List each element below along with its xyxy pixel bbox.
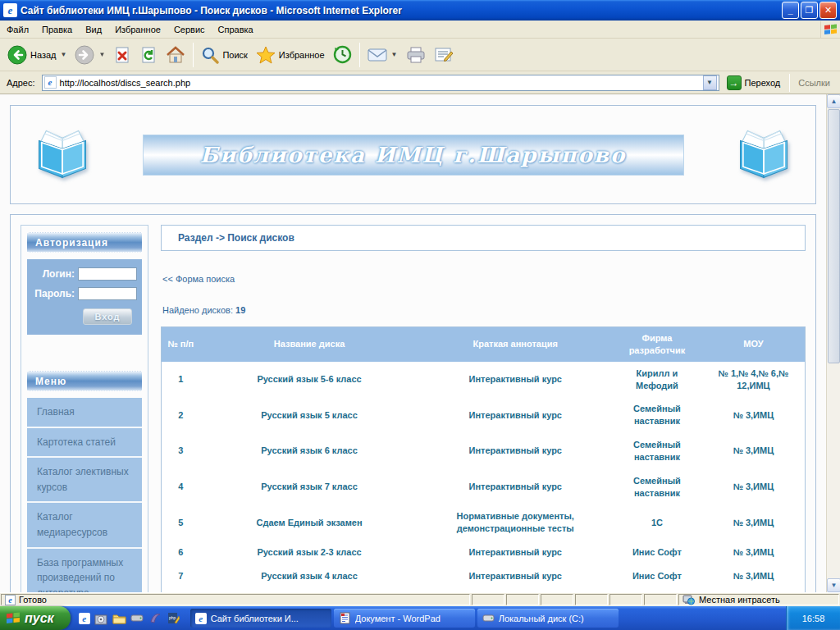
mail-icon bbox=[368, 48, 387, 62]
mail-button[interactable]: ▼ bbox=[363, 45, 402, 65]
task-local-disk-c[interactable]: Локальный диск (C:) bbox=[477, 609, 619, 628]
favorites-button[interactable]: Избранное bbox=[252, 43, 329, 66]
quicklaunch-installer-icon[interactable] bbox=[94, 611, 108, 625]
menu-edit[interactable]: Правка bbox=[35, 22, 79, 37]
task-ie-library-site[interactable]: e Сайт библиотеки И... bbox=[190, 609, 331, 628]
forward-icon bbox=[75, 45, 94, 65]
history-button[interactable] bbox=[329, 43, 356, 66]
quicklaunch-php-editor-icon[interactable]: php bbox=[167, 611, 180, 625]
taskbar-tasks: e Сайт библиотеки И... Документ - WordPa… bbox=[189, 606, 786, 630]
menu-tools[interactable]: Сервис bbox=[167, 22, 212, 37]
quicklaunch-ie-icon[interactable]: e bbox=[79, 613, 90, 624]
site-title: Библиотека ИМЦ г.Шарыпово bbox=[200, 143, 626, 167]
security-zone-label: Местная интрасеть bbox=[699, 595, 780, 605]
login-submit-button[interactable]: Вход bbox=[83, 308, 132, 325]
menu-bar: Файл Правка Вид Избранное Сервис Справка bbox=[0, 21, 840, 39]
address-dropdown-icon[interactable]: ▼ bbox=[703, 75, 717, 90]
task-wordpad-icon bbox=[339, 612, 351, 624]
login-panel: Логин: Пароль: Вход bbox=[27, 259, 142, 335]
task-ie-icon: e bbox=[195, 613, 207, 624]
stop-icon bbox=[113, 46, 131, 64]
start-windows-flag-icon bbox=[7, 612, 21, 624]
col-annotation: Краткая аннотация bbox=[418, 327, 612, 362]
clock[interactable]: 16:58 bbox=[802, 614, 825, 623]
title-bar: e Сайт библиотеки ИМЦ г.Шарыпово - Поиск… bbox=[0, 0, 840, 21]
scroll-up-icon[interactable]: ▲ bbox=[827, 94, 840, 108]
status-bar: e Готово Местная интрасеть bbox=[0, 592, 840, 606]
edit-button[interactable] bbox=[430, 44, 458, 66]
password-input[interactable] bbox=[78, 287, 137, 300]
start-button[interactable]: пуск bbox=[0, 606, 71, 630]
print-icon bbox=[406, 47, 426, 63]
search-button[interactable]: Поиск bbox=[197, 43, 251, 66]
col-disc-name: Название диска bbox=[200, 327, 419, 362]
print-button[interactable] bbox=[402, 44, 430, 66]
links-label[interactable]: Ссылки bbox=[795, 78, 837, 88]
page-favicon: e bbox=[44, 76, 57, 89]
quick-launch-bar: e php bbox=[71, 606, 189, 630]
book-icon-right bbox=[735, 130, 792, 180]
sidebar-item-home[interactable]: Главная bbox=[27, 398, 142, 428]
forward-dropdown-icon[interactable]: ▼ bbox=[98, 51, 105, 58]
address-bar: Адрес: e http://localhost/discs_search.p… bbox=[0, 71, 840, 94]
found-count: 19 bbox=[235, 305, 245, 315]
quicklaunch-swoosh-icon[interactable] bbox=[148, 611, 162, 625]
table-row: 3Русский язык 6 классИнтерактивный курсС… bbox=[162, 433, 806, 469]
task-wordpad-document[interactable]: Документ - WordPad bbox=[334, 609, 475, 628]
menu-favorites[interactable]: Избранное bbox=[108, 22, 167, 37]
address-url[interactable]: http://localhost/discs_search.php bbox=[60, 78, 703, 88]
browser-viewport: Библиотека ИМЦ г.Шарыпово Авторизация Ло… bbox=[0, 94, 840, 592]
history-icon bbox=[333, 45, 352, 64]
edit-icon bbox=[434, 47, 454, 63]
password-label: Пароль: bbox=[34, 288, 75, 299]
close-button[interactable]: ✕ bbox=[819, 2, 837, 19]
table-row: 6Русский язык 2-3 классИнтерактивный кур… bbox=[162, 541, 806, 564]
table-row: 4Русский язык 7 классИнтерактивный курсС… bbox=[162, 469, 806, 505]
search-icon bbox=[201, 46, 219, 64]
search-form-link[interactable]: << Форма поиска bbox=[162, 274, 235, 284]
found-discs-line: Найдено дисков: 19 bbox=[162, 305, 806, 315]
window-title: Сайт библиотеки ИМЦ г.Шарыпово - Поиск д… bbox=[21, 5, 780, 16]
col-mou: МОУ bbox=[702, 327, 806, 362]
col-number: № п/п bbox=[162, 327, 200, 362]
windows-logo-icon bbox=[820, 21, 840, 38]
ie-window-icon: e bbox=[3, 3, 17, 17]
menu-help[interactable]: Справка bbox=[212, 22, 260, 37]
forward-button[interactable]: ▼ bbox=[71, 43, 109, 67]
home-button[interactable] bbox=[162, 43, 189, 66]
menu-header: Меню bbox=[27, 371, 142, 391]
sidebar-item-media-catalog[interactable]: Каталог медиаресурсов bbox=[27, 503, 142, 548]
book-icon-left bbox=[34, 130, 91, 180]
quicklaunch-folder-icon[interactable] bbox=[112, 611, 126, 625]
refresh-button[interactable] bbox=[135, 43, 162, 66]
scroll-down-icon[interactable]: ▼ bbox=[827, 578, 840, 592]
site-header: Библиотека ИМЦ г.Шарыпово bbox=[10, 105, 816, 204]
go-button[interactable]: → Переход bbox=[723, 75, 785, 91]
back-icon bbox=[7, 45, 27, 65]
quicklaunch-drive-icon[interactable] bbox=[130, 611, 144, 625]
minimize-button[interactable]: _ bbox=[782, 2, 799, 19]
sidebar: Авторизация Логин: Пароль: Вход Меню Гла… bbox=[21, 225, 148, 592]
login-input[interactable] bbox=[78, 267, 137, 281]
stop-button[interactable] bbox=[109, 43, 135, 66]
address-input[interactable]: e http://localhost/discs_search.php ▼ bbox=[42, 75, 719, 91]
intranet-zone-icon bbox=[682, 595, 695, 605]
sidebar-item-literature-db[interactable]: База программных произведений по литерат… bbox=[27, 549, 142, 592]
menu-file[interactable]: Файл bbox=[0, 22, 35, 37]
discs-table: № п/п Название диска Краткая аннотация Ф… bbox=[161, 326, 806, 592]
vertical-scrollbar[interactable]: ▲ ▼ bbox=[826, 94, 840, 592]
mail-dropdown-icon[interactable]: ▼ bbox=[391, 51, 398, 58]
back-dropdown-icon[interactable]: ▼ bbox=[61, 51, 67, 58]
back-button[interactable]: Назад ▼ bbox=[3, 43, 71, 67]
refresh-icon bbox=[139, 46, 158, 64]
system-tray: 16:58 bbox=[786, 606, 840, 630]
restore-button[interactable]: ❐ bbox=[801, 2, 818, 19]
home-icon bbox=[166, 46, 185, 64]
menu-view[interactable]: Вид bbox=[79, 22, 108, 37]
sidebar-item-articles[interactable]: Картотека статей bbox=[27, 428, 142, 459]
status-text: Готово bbox=[19, 595, 47, 605]
scrollbar-thumb[interactable] bbox=[828, 109, 840, 363]
site-banner: Библиотека ИМЦ г.Шарыпово bbox=[143, 135, 684, 176]
sidebar-item-elective-courses[interactable]: Каталог элективных курсов bbox=[27, 458, 142, 503]
breadcrumb: Раздел -> Поиск дисков bbox=[161, 225, 806, 251]
